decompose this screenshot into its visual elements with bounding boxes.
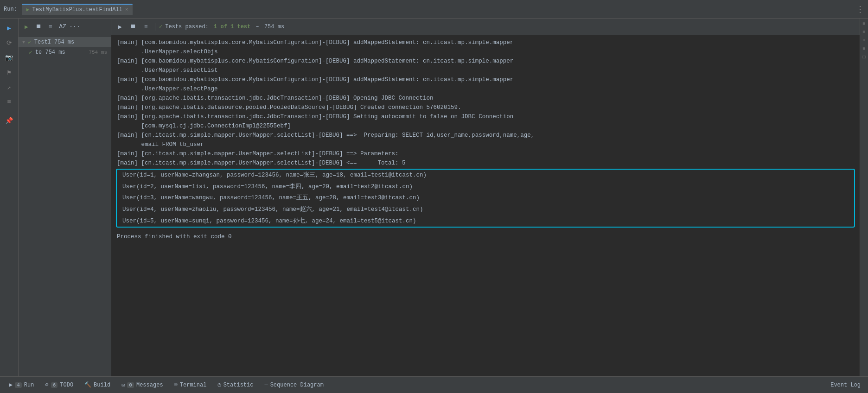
log-line: email FROM tb_user (111, 140, 860, 149)
run-tree-child-time: 754 ms (89, 50, 107, 55)
bottom-tab-terminal[interactable]: ⌨ Terminal (169, 377, 212, 393)
tab-title: TestMyBatisPlus.testFindAll (32, 6, 122, 13)
process-finished: Process finished with exit code 0 (111, 228, 860, 245)
run-stop-button[interactable]: ⏹ (33, 22, 44, 32)
result-line-1: User(id=1, userName=zhangsan, password=1… (117, 170, 854, 181)
right-icon-2[interactable]: ≡ (861, 29, 868, 35)
sidebar-icon-2[interactable]: 📷 (2, 51, 16, 64)
sidebar-icon-1[interactable]: ⟳ (2, 36, 16, 49)
run-tree: ▼ ✓ TestI 754 ms ✓ te 754 ms 754 ms (19, 35, 111, 376)
sidebar-pin-icon[interactable]: 📌 (2, 114, 16, 127)
toolbar-separator (155, 23, 155, 31)
terminal-icon: ⌨ (174, 381, 178, 388)
right-icon-4[interactable]: ≡ (861, 45, 868, 52)
todo-icon: ⊘ (45, 381, 48, 388)
log-line: [main] [cn.itcast.mp.simple.mapper.UserM… (111, 131, 860, 140)
log-line: [main] [cn.itcast.mp.simple.mapper.UserM… (111, 149, 860, 158)
test-passed-text: Tests passed: 1 of 1 test – 754 ms (165, 24, 284, 30)
sequence-tab-label: Sequence Diagram (270, 382, 324, 388)
bottom-tab-todo[interactable]: ⊘ 6 TODO (39, 377, 79, 393)
right-icon-3[interactable]: ☀ (861, 37, 868, 44)
run-tree-root[interactable]: ▼ ✓ TestI 754 ms (19, 37, 111, 47)
test-passed-badge: ✓ Tests passed: 1 of 1 test – 754 ms (159, 23, 284, 30)
right-icon-5[interactable]: □ (861, 54, 868, 60)
terminal-tab-label: Terminal (180, 382, 207, 388)
run-tab-label: Run (24, 382, 34, 388)
right-icon-1[interactable]: ≡ (861, 20, 868, 27)
run-sort-button[interactable]: AZ (57, 22, 68, 32)
log-line: .UserMapper.selectObjs (111, 47, 860, 57)
run-tab[interactable]: ▶ TestMyBatisPlus.testFindAll × (22, 4, 133, 15)
log-line: [main] [com.baomidou.mybatisplus.core.My… (111, 57, 860, 66)
result-line-4: User(id=4, userName=zhaoliu, password=12… (117, 204, 854, 216)
result-line-3: User(id=3, userName=wangwu, password=123… (117, 192, 854, 204)
sidebar-icon-3[interactable]: ⚑ (2, 66, 16, 79)
sequence-icon: — (264, 382, 268, 388)
test-check-icon: ✓ (159, 23, 162, 30)
statistic-tab-label: Statistic (223, 382, 254, 388)
todo-number: 6 (51, 382, 58, 388)
build-icon: 🔨 (84, 381, 91, 388)
bottom-tab-sequence[interactable]: — Sequence Diagram (259, 377, 329, 393)
log-line: [main] [org.apache.ibatis.datasource.poo… (111, 103, 860, 112)
todo-tab-label: TODO (60, 382, 73, 388)
bottom-tab-messages[interactable]: ✉ 0 Messages (116, 377, 168, 393)
more-options-icon[interactable]: ⋮ (856, 4, 864, 14)
log-line: [com.mysql.cj.jdbc.ConnectionImpl@22555e… (111, 121, 860, 131)
result-line-2: User(id=2, userName=lisi, password=12345… (117, 181, 854, 193)
event-log-button[interactable]: Event Log (827, 382, 864, 388)
log-line: [main] [cn.itcast.mp.simple.mapper.UserM… (111, 158, 860, 168)
main-area: ▶ ⟳ 📷 ⚑ ↗ ≡ 📌 ▶ ⏹ ≡ AZ ··· ▼ ✓ TestI 754… (0, 19, 868, 376)
tab-close-icon[interactable]: × (125, 7, 128, 13)
run-panel: ▶ ⏹ ≡ AZ ··· ▼ ✓ TestI 754 ms ✓ te 754 m… (19, 19, 111, 376)
run-play-button[interactable]: ▶ (21, 22, 32, 32)
test-time: 754 ms (264, 24, 284, 30)
console-menu-button[interactable]: ≡ (141, 22, 151, 32)
run-rerun-button[interactable]: ≡ (45, 22, 56, 32)
log-line: .UserMapper.selectList (111, 66, 860, 75)
messages-icon: ✉ (121, 381, 125, 388)
left-sidebar: ▶ ⟳ 📷 ⚑ ↗ ≡ 📌 (0, 19, 19, 376)
top-bar: Run: ▶ TestMyBatisPlus.testFindAll × ⋮ (0, 0, 868, 19)
right-sidebar: ≡ ≡ ☀ ≡ □ (860, 19, 868, 376)
log-line: .UserMapper.selectPage (111, 84, 860, 94)
statistic-icon: ◷ (217, 381, 221, 388)
console-toolbar: ▶ ⏹ ≡ ✓ Tests passed: 1 of 1 test – 754 … (111, 19, 860, 35)
test-status-label: Tests passed: (165, 24, 209, 30)
messages-number: 0 (127, 382, 134, 388)
bottom-tab-build[interactable]: 🔨 Build (79, 377, 116, 393)
bottom-tab-statistic[interactable]: ◷ Statistic (212, 377, 259, 393)
bottom-bar: ▶ 4 Run ⊘ 6 TODO 🔨 Build ✉ 0 Messages ⌨ … (0, 376, 868, 393)
tree-arrow-icon: ▼ (22, 40, 25, 45)
console-stop-button[interactable]: ⏹ (128, 22, 138, 32)
messages-tab-label: Messages (136, 382, 163, 388)
result-block: User(id=1, userName=zhangsan, password=1… (116, 169, 855, 228)
run-label: Run: (4, 6, 17, 13)
run-tree-child-label: te 754 ms (35, 49, 65, 56)
test-count: 1 of 1 test (214, 24, 250, 30)
build-tab-label: Build (94, 382, 110, 388)
log-line: [main] [com.baomidou.mybatisplus.core.My… (111, 38, 860, 47)
run-tree-root-label: TestI 754 ms (34, 39, 74, 45)
console-area: ▶ ⏹ ≡ ✓ Tests passed: 1 of 1 test – 754 … (111, 19, 860, 376)
tree-child-check-icon: ✓ (29, 49, 32, 56)
run-tree-child[interactable]: ✓ te 754 ms 754 ms (19, 47, 111, 57)
tab-icon: ▶ (26, 6, 30, 13)
log-line: [main] [org.apache.ibatis.transaction.jd… (111, 94, 860, 103)
sidebar-run-icon[interactable]: ▶ (2, 21, 16, 34)
console-play-button[interactable]: ▶ (115, 22, 125, 32)
run-number: 4 (15, 382, 22, 388)
run-more-button[interactable]: ··· (70, 22, 80, 32)
log-output[interactable]: [main] [com.baomidou.mybatisplus.core.My… (111, 35, 860, 376)
sidebar-icon-4[interactable]: ↗ (2, 81, 16, 94)
sidebar-icon-5[interactable]: ≡ (2, 95, 16, 108)
test-separator: – (255, 24, 259, 30)
log-line: [main] [org.apache.ibatis.transaction.jd… (111, 112, 860, 121)
event-log-label: Event Log (830, 382, 861, 388)
run-panel-toolbar: ▶ ⏹ ≡ AZ ··· (19, 19, 111, 35)
tree-check-icon: ✓ (28, 38, 32, 46)
run-icon: ▶ (9, 381, 13, 388)
bottom-tab-run[interactable]: ▶ 4 Run (4, 377, 39, 393)
log-line: [main] [com.baomidou.mybatisplus.core.My… (111, 75, 860, 84)
result-line-5: User(id=5, userName=sunqi, password=1234… (117, 216, 854, 227)
